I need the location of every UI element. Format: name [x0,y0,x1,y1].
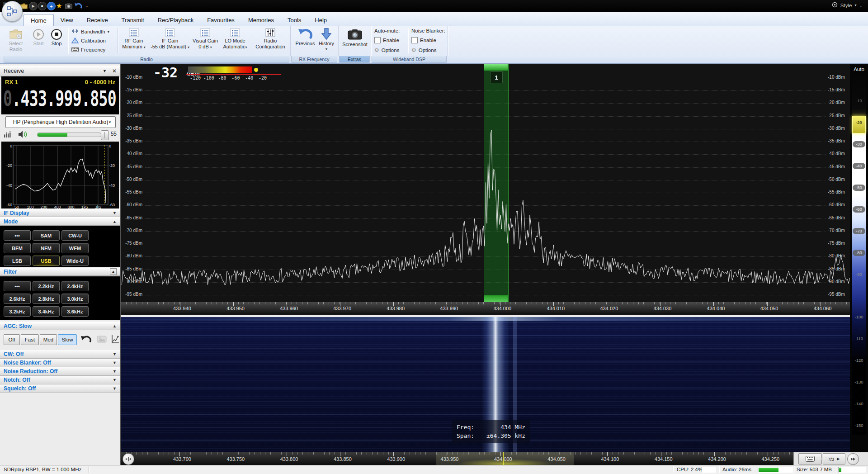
mode-button-usb[interactable]: USB [33,256,60,266]
waterfall-palette-bar[interactable] [188,66,252,73]
mode-button-wide-u[interactable]: Wide-U [61,256,89,266]
filter-button--[interactable]: ••• [4,281,31,291]
chevron-down-icon: ▼ [113,378,117,382]
frequency-axis[interactable]: 433.940433.950433.960433.970433.980433.9… [121,302,850,313]
agc-button-med[interactable]: Med [40,334,57,345]
filter-section-header[interactable]: Filter▲ [0,267,120,276]
tab-rec-playback[interactable]: Rec/Playback [151,14,200,26]
favourite-star-icon[interactable]: ★ [56,2,62,10]
center-frequency-button[interactable] [123,453,134,465]
frequency-history-button[interactable]: History ▾ [316,27,336,51]
filter-button-2-4khz[interactable]: 2.4kHz [61,281,89,291]
select-radio-button[interactable]: SelectRadio [4,27,28,52]
filter-button-3-4khz[interactable]: 3.4kHz [33,306,60,317]
filter-button-3-6khz[interactable]: 3.6kHz [61,306,89,317]
undo-icon[interactable] [74,2,82,10]
style-dropdown-icon[interactable]: ▾ [854,3,856,7]
tab-tools[interactable]: Tools [281,14,308,26]
section-header-cw-off[interactable]: CW: Off▼ [0,350,120,359]
filter-button-2-8khz[interactable]: 2.8kHz [33,294,60,304]
stop-button[interactable]: Stop [48,28,65,47]
chevron-up-icon[interactable]: ▲ [110,268,117,275]
application-menu-button[interactable] [2,1,23,22]
mode-button-wfm[interactable]: WFM [61,243,89,253]
tuned-frequency-value[interactable]: 0.433.999.850 [3,86,118,111]
mode-button-lsb[interactable]: LSB [4,256,31,266]
checkbox-icon[interactable] [374,37,381,43]
panel-close-icon[interactable]: ✕ [112,68,117,74]
screenshot-button[interactable]: Screenshot [341,27,369,47]
agc-button-fast[interactable]: Fast [21,334,39,345]
section-header-noise-reduction-off[interactable]: Noise Reduction: Off▼ [0,367,120,376]
quick-access-dropdown-icon[interactable]: ⌄ [85,2,89,10]
audio-device-select[interactable]: HP (Périphérique High Definition Audio) … [5,116,116,128]
start-button[interactable]: Start [30,28,47,47]
waterfall-contrast-gauge[interactable]: Auto -10-20-30-40-50-60-70-80-90-100-110… [850,64,868,452]
stop-icon[interactable]: ■ [38,2,47,10]
agc-graph-icon[interactable] [111,335,119,346]
tab-help[interactable]: Help [308,14,334,26]
frequency-button[interactable]: Frequency [71,46,105,54]
filter-button-2-2khz[interactable]: 2.2kHz [33,281,60,291]
visual-gain-button[interactable]: Visual Gain 0 dB ▾ [192,27,219,49]
radio-configuration-button[interactable]: RadioConfiguration [251,27,289,50]
receive-panel-header[interactable]: Receive ▼ ✕ [0,66,120,76]
equalizer-icon[interactable] [4,131,11,140]
camera-icon[interactable] [65,2,72,10]
section-header-squelch-off[interactable]: Squelch: Off▼ [0,384,120,393]
speaker-icon[interactable] [18,130,28,140]
filter-button-3-2khz[interactable]: 3.2kHz [4,306,31,317]
if-display-section-header[interactable]: IF Display▼ [0,209,120,217]
tab-memories[interactable]: Memories [241,14,281,26]
rx-marker-badge[interactable]: 1 [490,71,503,83]
lo-mode-button[interactable]: LO Mode Automatic▾ [221,27,250,49]
automute-options-button[interactable]: ⚙Options [374,47,399,53]
tab-transmit[interactable]: Transmit [115,14,151,26]
gauge-tick-label: -70 [853,228,865,234]
add-icon[interactable]: + [47,2,56,10]
rx-frequency-group-caption: RX Frequency [291,56,337,63]
ribbon-collapse-icon[interactable]: ⌄ [859,3,863,8]
waterfall-display[interactable]: Freq:434 MHz Span:±64.305 kHz [121,317,850,452]
tab-view[interactable]: View [54,14,80,26]
checkbox-icon[interactable] [411,37,418,43]
calibration-button[interactable]: Calibration [71,37,106,45]
gauge-auto-label[interactable]: Auto [850,66,868,72]
mode-button-nfm[interactable]: NFM [33,243,60,253]
tab-receive[interactable]: Receive [80,14,115,26]
tab-favourites[interactable]: Favourites [200,14,241,26]
list-icon [150,27,190,38]
noise-blanker-options-button[interactable]: ⚙Options [411,47,436,53]
mode-button-bfm[interactable]: BFM [4,243,31,253]
style-label[interactable]: Style [840,3,852,8]
mode-button-cw-u[interactable]: CW-U [61,230,89,241]
spectrum-display[interactable]: 1 -32 dBm 433.940433.950433.960433.97043… [121,64,850,315]
scroll-right-button[interactable] [847,453,859,465]
agc-button-slow[interactable]: Slow [58,334,77,345]
automute-enable-checkbox[interactable]: Enable [374,37,399,43]
play-icon[interactable]: ▶ [29,2,38,10]
volume-slider-handle[interactable] [101,130,109,140]
previous-frequency-button[interactable]: Previous [294,27,316,47]
bandwidth-button[interactable]: Bandwidth▾ [71,28,109,36]
rf-gain-button[interactable]: RF Gain Minimum ▾ [119,27,148,49]
agc-section-header[interactable]: AGC: Slow▲ [0,322,120,330]
agc-button-off[interactable]: Off [4,334,20,345]
volume-slider[interactable] [37,133,101,137]
if-gain-button[interactable]: IF Gain -55 dB (Manual) ▾ [150,27,190,49]
mode-button--[interactable]: ••• [4,230,31,241]
noise-blanker-enable-checkbox[interactable]: Enable [411,37,436,43]
filter-button-2-6khz[interactable]: 2.6kHz [4,294,31,304]
panel-collapse-icon[interactable]: ▼ [103,69,107,73]
section-header-noise-blanker-off[interactable]: Noise Blanker: Off▼ [0,359,120,367]
mode-button-sam[interactable]: SAM [33,230,60,241]
tab-home[interactable]: Home [24,14,54,26]
db-label-right: -55 dBm [828,190,849,194]
db-label-right: -45 dBm [828,164,849,169]
mode-section-header[interactable]: Mode▲ [0,217,120,226]
agc-undo-icon[interactable] [80,335,91,345]
section-header-notch-off[interactable]: Notch: Off▼ [0,376,120,384]
filter-button-3-0khz[interactable]: 3.0kHz [61,294,89,304]
frequency-scrollbar[interactable]: x5▶ 433.700433.750433.800433.850433.9004… [121,452,868,465]
agc-preset-icon[interactable] [97,336,107,345]
